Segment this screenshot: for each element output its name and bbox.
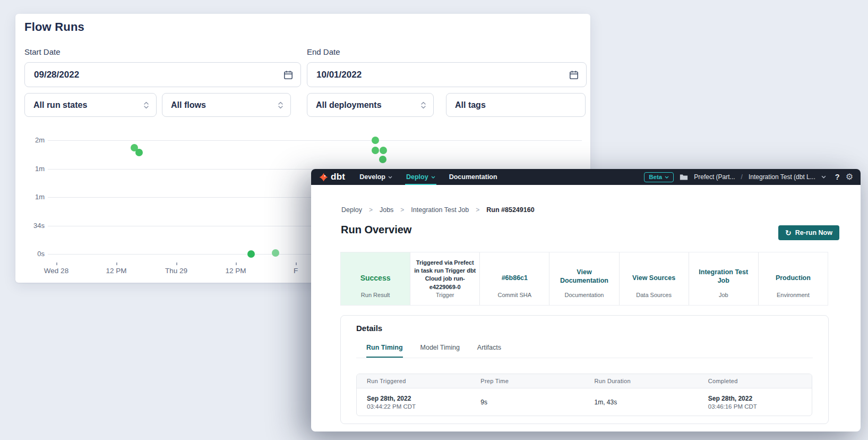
flow-run-dot[interactable] (372, 147, 379, 154)
card-trigger: Triggered via Prefect in task run Trigge… (410, 252, 480, 305)
breadcrumb-deploy[interactable]: Deploy (341, 206, 362, 214)
x-axis-tickmark (56, 263, 57, 265)
start-date-label: Start Date (24, 47, 61, 56)
x-axis-tick: Thu 29 (165, 267, 187, 275)
beta-dropdown[interactable]: Beta (644, 172, 674, 182)
table-row: Sep 28th, 2022 03:44:22 PM CDT 9s 1m, 43… (357, 388, 812, 416)
nav-develop[interactable]: Develop (359, 169, 392, 185)
breadcrumb: Deploy > Jobs > Integration Test Job > R… (341, 206, 535, 214)
calendar-icon[interactable] (569, 70, 579, 80)
flow-run-dot[interactable] (272, 249, 279, 257)
tags-value: All tags (455, 100, 578, 110)
run-timing-table: Run Triggered Prep Time Run Duration Com… (356, 374, 812, 416)
help-icon[interactable]: ? (835, 173, 840, 181)
run-triggered-time: 03:44:22 PM CDT (367, 403, 470, 410)
run-duration-value: 1m, 43s (595, 399, 698, 406)
select-chevrons-icon (420, 101, 426, 109)
environment-link[interactable]: Production (759, 273, 828, 282)
dbt-cloud-window: dbt Develop Deploy Documentation Beta Pr… (311, 169, 861, 431)
tab-model-timing[interactable]: Model Timing (420, 344, 460, 358)
breadcrumb-run-id: Run #85249160 (486, 206, 534, 214)
x-axis-tick: F (294, 267, 298, 275)
x-axis-tickmark (116, 263, 117, 265)
breadcrumb-job-name[interactable]: Integration Test Job (411, 206, 469, 214)
chevron-down-icon (665, 176, 669, 179)
deployments-value: All deployments (316, 100, 420, 110)
col-run-duration: Run Duration (585, 374, 698, 388)
x-axis-tick: Wed 28 (44, 267, 68, 275)
y-axis-tick: 1m (24, 193, 45, 201)
cell-run-duration: 1m, 43s (585, 388, 698, 416)
trigger-value: Triggered via Prefect in task run Trigge… (410, 258, 479, 291)
flow-run-dot[interactable] (380, 147, 387, 154)
tab-artifacts[interactable]: Artifacts (477, 344, 501, 358)
view-sources-link[interactable]: View Sources (620, 273, 689, 282)
flow-run-dot[interactable] (247, 250, 255, 258)
breadcrumb-separator: > (400, 206, 404, 214)
x-axis-tick: 12 PM (106, 267, 126, 275)
flow-run-dot[interactable] (372, 137, 379, 144)
navbar-right-cluster: Beta Prefect (Part... / Integration Test… (644, 172, 853, 182)
flows-value: All flows (171, 100, 278, 110)
table-header-row: Run Triggered Prep Time Run Duration Com… (357, 374, 812, 388)
deployments-select[interactable]: All deployments (307, 93, 434, 117)
gear-icon[interactable]: ⚙ (846, 173, 853, 181)
chevron-down-icon (431, 176, 435, 179)
tabs-divider (356, 358, 813, 358)
project-breadcrumb[interactable]: Prefect (Part... (694, 173, 735, 181)
flow-run-dot[interactable] (379, 156, 386, 163)
nav-deploy-label: Deploy (406, 173, 428, 181)
details-panel: Details Run Timing Model Timing Artifact… (340, 315, 829, 424)
card-documentation: View Documentation Documentation (549, 252, 619, 305)
y-axis-tick: 0s (24, 250, 45, 258)
nav-documentation[interactable]: Documentation (449, 169, 497, 185)
nav-develop-label: Develop (359, 173, 385, 181)
commit-sha-link[interactable]: #6b86c1 (480, 273, 549, 282)
run-result-value: Success (341, 274, 410, 282)
folder-icon (680, 174, 688, 181)
flows-select[interactable]: All flows (162, 93, 291, 117)
gridline (48, 140, 582, 141)
x-axis-tickmark (236, 263, 237, 265)
cell-prep-time: 9s (470, 388, 584, 416)
col-run-triggered: Run Triggered (357, 374, 470, 388)
end-date-input[interactable]: 10/01/2022 (307, 62, 587, 87)
refresh-icon: ↻ (785, 229, 792, 236)
job-link[interactable]: Integration Test Job (689, 268, 758, 286)
card-label: Commit SHA (480, 292, 549, 298)
card-commit-sha: #6b86c1 Commit SHA (480, 252, 549, 305)
start-date-input[interactable]: 09/28/2022 (24, 62, 301, 87)
end-date-label: End Date (307, 47, 340, 56)
select-chevrons-icon (278, 101, 283, 109)
beta-label: Beta (649, 174, 662, 180)
run-states-select[interactable]: All run states (24, 93, 157, 117)
environment-breadcrumb[interactable]: Integration Test (dbt L... (749, 173, 815, 181)
card-label: Run Result (341, 292, 410, 298)
col-completed: Completed (698, 374, 812, 388)
dbt-flame-icon (319, 173, 328, 182)
flow-runs-title: Flow Runs (24, 20, 84, 34)
start-date-value: 09/28/2022 (34, 70, 283, 80)
nav-deploy[interactable]: Deploy (406, 169, 435, 185)
card-label: Data Sources (620, 292, 689, 298)
tags-select[interactable]: All tags (446, 93, 586, 117)
breadcrumb-jobs[interactable]: Jobs (380, 206, 393, 214)
details-title: Details (356, 324, 382, 333)
breadcrumb-slash: / (741, 173, 743, 181)
flow-run-dot[interactable] (135, 149, 143, 156)
prep-time-value: 9s (480, 399, 584, 406)
calendar-icon[interactable] (283, 70, 293, 80)
rerun-now-button[interactable]: ↻ Re-run Now (778, 225, 839, 240)
col-prep-time: Prep Time (470, 374, 584, 388)
page-title: Run Overview (341, 224, 411, 236)
card-label: Trigger (410, 292, 479, 298)
x-axis-tickmark (176, 263, 177, 265)
card-job: Integration Test Job Job (689, 252, 759, 305)
tab-run-timing[interactable]: Run Timing (366, 344, 403, 358)
chevron-down-icon[interactable] (821, 175, 826, 179)
y-axis-tick: 2m (24, 136, 45, 144)
card-environment: Production Environment (759, 252, 828, 305)
x-axis-tickmark (296, 263, 297, 265)
view-documentation-link[interactable]: View Documentation (549, 268, 618, 286)
dbt-logo[interactable]: dbt (319, 172, 345, 182)
